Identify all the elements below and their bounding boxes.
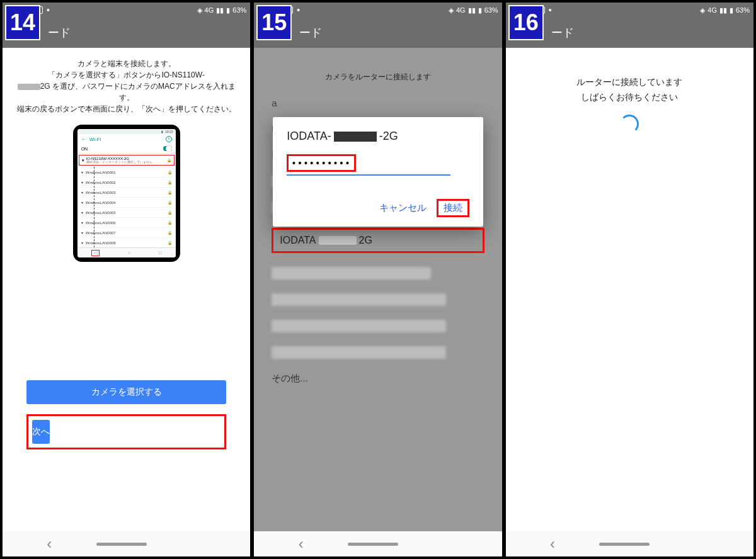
panel-step-16: 16 ◈ f ◈ 4G ▮▮ ▮ 63% ード ルーターに接続しています しばら… — [506, 3, 753, 556]
home-pill[interactable] — [348, 543, 398, 546]
app-title: ード — [48, 25, 71, 40]
mock-network-item: ▾WirelessLAN0006🔒 — [77, 217, 176, 227]
app-title: ード — [551, 25, 574, 40]
step-badge: 16 — [508, 5, 544, 40]
next-button-highlight: 次へ — [26, 414, 226, 449]
mock-wifi-title: Wi-Fi — [89, 137, 101, 142]
back-button[interactable] — [550, 535, 555, 553]
bg-title: カメラをルーターに接続します — [254, 48, 501, 88]
select-camera-button[interactable]: カメラを選択する — [26, 380, 226, 404]
mock-network-item: ▾WirelessLAN0008🔒 — [77, 237, 176, 247]
wifi-icon: ◈ — [197, 6, 202, 14]
mock-network-item: ▾WirelessLAN0004🔒 — [77, 197, 176, 207]
back-button[interactable] — [47, 535, 52, 553]
connecting-line1: ルーターに接続しています — [506, 77, 753, 88]
android-nav-bar — [254, 531, 501, 556]
more-icon — [297, 6, 300, 14]
home-pill[interactable] — [96, 543, 147, 546]
android-nav-bar — [506, 531, 753, 556]
wifi-icon: ◈ — [700, 6, 705, 14]
mock-on-label: ON — [81, 147, 88, 151]
connect-button[interactable]: 接続 — [440, 201, 466, 214]
connect-button-highlight: 接続 — [437, 199, 469, 217]
instruction-text: カメラと端末を接続します。 「カメラを選択する」ボタンからIO-NS110W- … — [3, 48, 250, 121]
cancel-button[interactable]: キャンセル — [374, 198, 432, 218]
network-label: 4G — [205, 6, 214, 14]
mock-phone: ▮18:10 ← Wi-Fi ? ON ▾ IO-NS110W-XXXXXX-2… — [73, 125, 180, 262]
signal-icon: ▮▮ — [719, 6, 727, 14]
dialog-title: IODATA--2G — [287, 130, 469, 143]
panel-step-15: 15 ◈ f ◈ 4G ▮▮ ▮ 63% ード カメラをルーターに接続します a… — [254, 3, 501, 556]
step-badge: 14 — [5, 5, 40, 40]
network-label: 4G — [456, 6, 466, 14]
more-icon — [549, 6, 552, 14]
more-icon — [47, 6, 50, 14]
next-button[interactable]: 次へ — [32, 420, 50, 444]
network-label: 4G — [707, 6, 717, 14]
password-input[interactable] — [291, 158, 352, 168]
mock-network-item: ▾WirelessLAN0005🔒 — [77, 207, 176, 217]
mock-back-highlight: ◁ — [91, 250, 100, 256]
signal-icon: ▮▮ — [216, 6, 224, 14]
battery-icon: ▮ — [226, 6, 230, 14]
password-input-highlight — [287, 154, 356, 172]
mock-network-item: ▾WirelessLAN0007🔒 — [77, 227, 176, 237]
content-area-dim: カメラをルーターに接続します a D I IODATA2G その他... IOD… — [254, 48, 501, 531]
android-nav-bar — [3, 531, 250, 556]
battery-text: 63% — [484, 6, 498, 14]
signal-icon: ▮▮ — [468, 6, 476, 14]
step-badge: 15 — [256, 5, 292, 40]
battery-icon: ▮ — [478, 6, 482, 14]
mock-network-item: ▾WirelessLAN0001🔒 — [77, 167, 176, 177]
connecting-line2: しばらくお待ちください — [506, 92, 753, 103]
home-pill[interactable] — [599, 543, 650, 546]
wifi-icon: ◈ — [449, 6, 454, 14]
mock-network-item: ▾WirelessLAN0002🔒 — [77, 177, 176, 187]
other-networks[interactable]: その他... — [272, 373, 484, 385]
mock-selected-network: ▾ IO-NS110W-XXXXXX-2G 接続済み・インターネットに接続してい… — [79, 155, 175, 166]
battery-text: 63% — [232, 6, 246, 14]
back-button[interactable] — [299, 535, 304, 553]
panel-step-14: 14 f ◈ 4G ▮▮ ▮ 63% ード カメラと端末を接続します。 「カメラ… — [3, 3, 250, 556]
content-area: カメラと端末を接続します。 「カメラを選択する」ボタンからIO-NS110W- … — [3, 48, 250, 531]
loading-spinner-icon — [620, 115, 639, 133]
mock-network-item: ▾WirelessLAN0003🔒 — [77, 187, 176, 197]
app-title: ード — [299, 25, 322, 40]
battery-icon: ▮ — [730, 6, 733, 14]
battery-text: 63% — [736, 6, 750, 14]
content-area: ルーターに接続しています しばらくお待ちください — [506, 48, 753, 531]
highlighted-network[interactable]: IODATA2G — [272, 228, 484, 253]
wifi-password-dialog: IODATA--2G キャンセル 接続 — [273, 117, 483, 227]
